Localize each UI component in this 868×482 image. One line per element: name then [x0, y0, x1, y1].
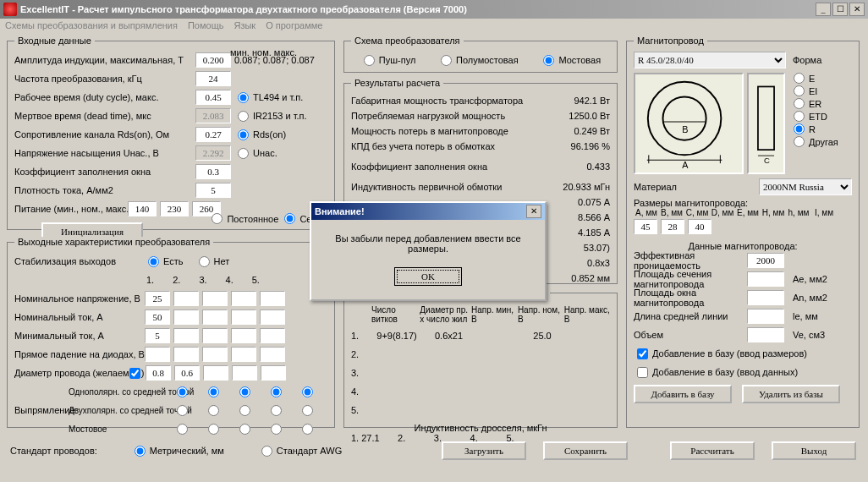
freq-input[interactable] [195, 71, 231, 86]
jden-input[interactable] [195, 183, 231, 198]
core-select[interactable]: R 45.0/28.0/40 [634, 52, 786, 68]
calc-button[interactable]: Рассчитать [670, 441, 755, 460]
window-title: ExcellentIT - Расчет импульсного трансфо… [20, 4, 467, 14]
menu-item[interactable]: Схемы преобразования и выпрямления [5, 20, 178, 34]
output-group-title: Выходные характеристики преобразователя [14, 237, 213, 247]
modal-dialog: Внимание! ✕ Вы забыли перед добавлением … [310, 201, 547, 301]
modal-ok-button[interactable]: OK [394, 267, 462, 286]
modal-title: Внимание! [315, 206, 365, 216]
const-radio[interactable]: Постоянное [208, 213, 278, 224]
wire-1[interactable] [146, 365, 171, 381]
imin-1[interactable] [145, 328, 170, 343]
modal-text: Вы забыли перед добавлением ввести все р… [321, 233, 535, 254]
full-radio[interactable]: Мостовая [540, 55, 601, 66]
core-diagram-front: B A [634, 73, 744, 174]
std-metric-radio[interactable]: Метрический, мм [131, 446, 224, 457]
std-awg-radio[interactable]: Стандарт AWG [258, 446, 342, 457]
wire-2[interactable] [174, 365, 200, 381]
save-button[interactable]: Сохранить [543, 441, 628, 460]
svg-text:C: C [764, 156, 770, 165]
dead-input [195, 108, 231, 123]
add-data-check[interactable]: Добавление в базу (ввод данных) [634, 367, 798, 378]
svg-text:B: B [682, 124, 688, 134]
output-group: Выходные характеристики преобразователя … [7, 237, 335, 428]
app-icon [3, 3, 17, 16]
usat-input [195, 145, 231, 161]
vn-1[interactable] [145, 291, 170, 306]
svg-text:A: A [682, 160, 689, 169]
input-group-title: Входные данные [14, 36, 95, 46]
stab-yes[interactable]: Есть [145, 256, 183, 267]
load-button[interactable]: Загрузить [442, 441, 526, 460]
add-db-button[interactable]: Добавить в базу [634, 385, 732, 403]
material-select[interactable]: 2000NM Russia [759, 178, 852, 195]
menu-item[interactable]: О программе [266, 20, 322, 34]
usat-radio[interactable]: Uнас. [234, 148, 277, 159]
menu-item[interactable]: Язык [233, 20, 255, 34]
ampl-input[interactable] [195, 52, 231, 68]
add-dims-check[interactable]: Добавление в базу (ввод размеров) [634, 348, 807, 359]
supply-nom[interactable] [160, 201, 189, 216]
half-radio[interactable]: Полумостовая [437, 55, 519, 66]
eff-input[interactable] [747, 253, 784, 268]
supply-min[interactable] [128, 201, 157, 216]
core-group: Магнитопровод R 45.0/28.0/40 Форма B A [626, 36, 860, 428]
dimC[interactable] [688, 219, 711, 234]
kzo-input[interactable] [195, 164, 231, 179]
out2-group: Выходные характеристики преобразователя … [343, 288, 618, 428]
dimA[interactable] [634, 219, 657, 234]
svg-point-0 [648, 82, 722, 156]
push-radio[interactable]: Пуш-пул [360, 55, 416, 66]
core-diagram-side: C [747, 73, 785, 174]
del-db-button[interactable]: Удалить из базы [742, 385, 840, 403]
input-group: Входные данные мин. ном. макс. Амплитуда… [7, 36, 335, 230]
svg-rect-8 [758, 86, 774, 150]
rds-input[interactable] [195, 127, 231, 142]
modal-close-icon[interactable]: ✕ [526, 205, 541, 218]
exit-button[interactable]: Выход [772, 441, 856, 460]
wire-check[interactable] [129, 368, 140, 379]
in-1[interactable] [145, 309, 170, 325]
titlebar: ExcellentIT - Расчет импульсного трансфо… [0, 0, 868, 19]
tl494-radio[interactable]: TL494 и т.п. [234, 92, 303, 103]
dimB[interactable] [661, 219, 684, 234]
ir2153-radio[interactable]: IR2153 и т.п. [234, 111, 307, 122]
max-button[interactable]: ☐ [832, 3, 848, 16]
min-button[interactable]: _ [816, 3, 831, 16]
close-button[interactable]: ✕ [849, 3, 865, 16]
duty-input[interactable] [195, 90, 231, 105]
menu-item[interactable]: Помощь [188, 20, 224, 34]
menubar: Схемы преобразования и выпрямления Помощ… [0, 19, 868, 36]
rds-radio[interactable]: Rds(on) [234, 129, 286, 140]
scheme-group: Схема преобразователя Пуш-пул Полумостов… [343, 36, 618, 73]
stab-no[interactable]: Нет [195, 256, 230, 267]
